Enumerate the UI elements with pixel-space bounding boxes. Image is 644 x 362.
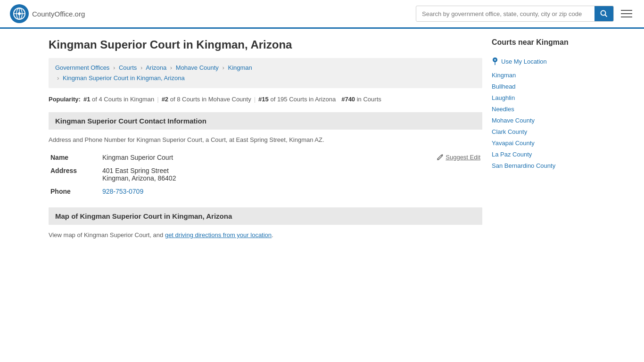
menu-line [621,16,632,17]
table-row-name: Name Kingman Superior Court Suggest Edit [49,151,482,164]
sidebar-link-6[interactable]: Yavapai County [492,140,535,147]
phone-link[interactable]: 928-753-0709 [102,188,143,195]
popularity-item-2: #2 of 8 Courts in Mohave County [162,96,251,103]
page-title: Kingman Superior Court in Kingman, Arizo… [49,38,482,51]
popularity-item-1: #1 of 4 Courts in Kingman [83,96,154,103]
list-item: Needles [492,105,595,113]
breadcrumb-sep: › [170,64,172,71]
name-value: Kingman Superior Court Suggest Edit [100,151,482,164]
list-item: Mohave County [492,116,595,124]
menu-line [621,13,632,14]
pop-divider: | [157,96,158,103]
use-location-link[interactable]: Use My Location [501,58,547,65]
sidebar-link-8[interactable]: San Bernardino County [492,162,555,169]
contact-info-table: Name Kingman Superior Court Suggest Edit… [49,151,482,198]
logo[interactable]: CountyOffice.org [9,4,85,24]
main-container: Kingman Superior Court in Kingman, Arizo… [39,29,605,248]
breadcrumb-sep: › [113,64,115,71]
search-button[interactable] [594,6,613,21]
list-item: Clark County [492,128,595,135]
popularity-item-3: #15 of 195 Courts in Arizona [258,96,336,103]
suggest-edit-button[interactable]: Suggest Edit [437,154,480,161]
edit-icon [437,154,443,161]
popularity-label: Popularity: [49,96,81,103]
location-pin-icon [492,57,498,66]
breadcrumb-link-current[interactable]: Kingman Superior Court in Kingman, Arizo… [63,74,185,82]
logo-icon [9,4,29,24]
breadcrumb-link-arizona[interactable]: Arizona [146,64,166,71]
table-row-phone: Phone 928-753-0709 [49,185,482,198]
table-row-address: Address 401 East Spring Street Kingman, … [49,164,482,185]
map-section-header: Map of Kingman Superior Court in Kingman… [49,207,482,225]
breadcrumb-sep: › [223,64,224,71]
list-item: Yavapai County [492,139,595,147]
map-description: View map of Kingman Superior Court, and … [49,231,482,239]
breadcrumb-link-mohave[interactable]: Mohave County [176,64,219,71]
contact-description: Address and Phone Number for Kingman Sup… [49,136,482,143]
address-value: 401 East Spring Street Kingman, Arizona,… [100,164,482,185]
breadcrumb: Government Offices › Courts › Arizona › … [49,58,482,88]
header-right [416,6,635,22]
popularity-row: Popularity: #1 of 4 Courts in Kingman | … [49,96,482,103]
sidebar: Courts near Kingman Use My Location King… [492,38,595,239]
sidebar-link-1[interactable]: Bullhead [492,83,516,90]
contact-section-header: Kingman Superior Court Contact Informati… [49,112,482,130]
list-item: La Paz County [492,150,595,158]
breadcrumb-link-kingman[interactable]: Kingman [228,64,252,71]
name-label: Name [49,151,100,164]
menu-line [621,10,632,11]
svg-line-7 [605,15,607,17]
sidebar-links-list: Kingman Bullhead Laughlin Needles Mohave… [492,71,595,169]
sidebar-title: Courts near Kingman [492,38,595,50]
breadcrumb-sep: › [140,64,142,71]
logo-text: CountyOffice.org [32,9,85,19]
list-item: Kingman [492,71,595,79]
sidebar-link-4[interactable]: Mohave County [492,117,535,124]
breadcrumb-arrow: › [57,74,59,82]
sidebar-link-5[interactable]: Clark County [492,128,527,135]
hamburger-menu-button[interactable] [619,8,635,20]
address-label: Address [49,164,100,185]
phone-label: Phone [49,185,100,198]
breadcrumb-link-gov-offices[interactable]: Government Offices [55,64,109,71]
phone-value: 928-753-0709 [100,185,482,198]
search-container [416,6,614,22]
pop-divider: | [254,96,256,103]
popularity-item-4: #740 in Courts [341,96,381,103]
breadcrumb-link-courts[interactable]: Courts [119,64,137,71]
list-item: Bullhead [492,82,595,90]
list-item: San Bernardino County [492,162,595,169]
sidebar-link-3[interactable]: Needles [492,106,514,113]
driving-directions-link[interactable]: get driving directions from your locatio… [165,231,272,239]
search-icon [600,10,608,17]
content-area: Kingman Superior Court in Kingman, Arizo… [49,38,482,239]
search-input[interactable] [416,7,594,21]
site-header: CountyOffice.org [0,0,644,29]
list-item: Laughlin [492,94,595,101]
svg-point-5 [18,12,21,15]
sidebar-link-2[interactable]: Laughlin [492,94,515,101]
use-location-row: Use My Location [492,57,595,66]
sidebar-link-7[interactable]: La Paz County [492,151,532,158]
sidebar-link-0[interactable]: Kingman [492,72,516,79]
